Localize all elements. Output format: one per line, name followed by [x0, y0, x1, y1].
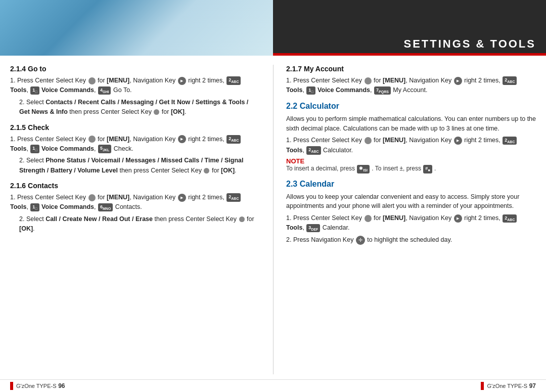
- key-2abc: 2ABC: [226, 76, 241, 85]
- section-2-1-7-heading: 2.1.7 My Account: [286, 65, 536, 73]
- step-num: 1.: [10, 136, 17, 143]
- step-num: 1.: [10, 77, 17, 84]
- nav-key-icon: [178, 77, 186, 85]
- key-2abc: 2ABC: [226, 193, 241, 202]
- key-1: 1□: [30, 203, 39, 212]
- center-key-icon: [365, 137, 372, 144]
- footer-left-brand: G'zOne TYPE-S: [16, 383, 57, 389]
- nav-key-icon: [178, 194, 186, 202]
- step-2-1-6-2: 2. Select Call / Create New / Read Out /…: [10, 214, 260, 234]
- key-1: 1□: [30, 86, 39, 95]
- step-2-2-1: 1. Press Center Select Key for [MENU], N…: [286, 136, 536, 155]
- section-2-1-6: 2.1.6 Contacts 1. Press Center Select Ke…: [10, 182, 260, 234]
- step-2-3-1: 1. Press Center Select Key for [MENU], N…: [286, 213, 536, 233]
- step-num: 2.: [19, 99, 26, 106]
- note-text: To insert a decimal, press ✱ISI . To ins…: [286, 165, 536, 173]
- section-2-3-description: Allows you to keep your calendar conveni…: [286, 192, 536, 211]
- footer-right: G'zOne TYPE-S 97: [273, 382, 536, 390]
- step-2-1-4-2: 2. Select Contacts / Recent Calls / Mess…: [10, 98, 260, 117]
- settings-tools-title: SETTINGS & TOOLS: [403, 37, 536, 51]
- banner-left: [0, 0, 273, 56]
- nav-key-icon: [454, 214, 462, 223]
- key-2abc-calc: 2ABC: [306, 146, 321, 155]
- center-key-icon-sm: [154, 109, 159, 115]
- footer-left-page: 96: [58, 382, 65, 389]
- step-num: 2.: [19, 215, 26, 223]
- step-num: 1.: [286, 214, 293, 222]
- center-key-icon: [88, 77, 96, 84]
- step-num: 2.: [19, 157, 26, 164]
- center-key-icon-sm: [204, 168, 209, 173]
- section-2-3: 2.3 Calendar Allows you to keep your cal…: [286, 180, 536, 245]
- key-3def: 3DEF: [306, 224, 320, 233]
- key-hash: #■: [423, 165, 432, 173]
- key-6mno: 6MNO: [98, 203, 113, 212]
- section-2-2-description: Allows you to perform simple mathematica…: [286, 114, 536, 134]
- section-2-2: 2.2 Calculator Allows you to perform sim…: [286, 102, 536, 173]
- step-2-1-5-2: 2. Select Phone Status / Voicemail / Mes…: [10, 156, 260, 176]
- section-2-1-6-heading: 2.1.6 Contacts: [10, 182, 260, 190]
- right-column: 2.1.7 My Account 1. Press Center Select …: [273, 65, 536, 374]
- step-2-1-6-1: 1. Press Center Select Key for [MENU], N…: [10, 193, 260, 212]
- step-num: 2.: [286, 236, 293, 243]
- nav-four-key-icon: [356, 236, 365, 245]
- key-2abc: 2ABC: [503, 214, 517, 223]
- center-key-icon: [365, 215, 372, 222]
- nav-key-icon: [454, 137, 462, 145]
- section-2-1-4: 2.1.4 Go to 1. Press Center Select Key f…: [10, 65, 260, 117]
- step-num: 1.: [286, 137, 293, 144]
- footer-right-brand: G'zOne TYPE-S: [487, 383, 527, 389]
- step-num: 1.: [286, 77, 293, 84]
- red-accent-line: [273, 53, 546, 56]
- left-column: 2.1.4 Go to 1. Press Center Select Key f…: [10, 65, 273, 374]
- key-7pqrs: 7PQRS: [374, 86, 391, 95]
- section-2-1-7: 2.1.7 My Account 1. Press Center Select …: [286, 65, 536, 96]
- center-key-icon: [88, 194, 96, 201]
- center-key-icon: [365, 77, 372, 84]
- footer: G'zOne TYPE-S 96 G'zOne TYPE-S 97: [0, 379, 546, 392]
- key-2abc: 2ABC: [226, 135, 241, 144]
- footer-left: G'zOne TYPE-S 96: [10, 382, 273, 390]
- center-key-icon-sm: [239, 216, 245, 222]
- section-2-1-5: 2.1.5 Check 1. Press Center Select Key f…: [10, 123, 260, 176]
- top-banner: SETTINGS & TOOLS: [0, 0, 546, 56]
- center-key-icon: [88, 136, 96, 143]
- key-star: ✱ISI: [357, 165, 370, 173]
- key-5jkl: 5JKL: [98, 145, 111, 153]
- key-1: 1□: [30, 145, 39, 153]
- nav-key-icon: [454, 77, 462, 85]
- banner-right: SETTINGS & TOOLS: [273, 0, 546, 56]
- step-2-1-5-1: 1. Press Center Select Key for [MENU], N…: [10, 135, 260, 154]
- step-2-1-7-1: 1. Press Center Select Key for [MENU], N…: [286, 76, 536, 96]
- footer-right-page: 97: [529, 382, 536, 389]
- key-2abc: 2ABC: [503, 76, 517, 85]
- step-2-1-4-1: 1. Press Center Select Key for [MENU], N…: [10, 76, 260, 96]
- key-4ghi: 4GHI: [98, 86, 111, 95]
- section-2-3-heading: 2.3 Calendar: [286, 180, 536, 189]
- step-num: 1.: [10, 194, 17, 201]
- footer-right-bar: [481, 382, 484, 390]
- note-label: NOTE: [286, 157, 536, 165]
- main-content: 2.1.4 Go to 1. Press Center Select Key f…: [0, 56, 546, 379]
- section-2-2-heading: 2.2 Calculator: [286, 102, 536, 111]
- step-2-3-2: 2. Press Navigation Key to highlight the…: [286, 235, 536, 245]
- key-2abc: 2ABC: [503, 137, 517, 145]
- footer-left-bar: [10, 382, 13, 390]
- nav-key-icon: [178, 135, 186, 143]
- section-2-1-5-heading: 2.1.5 Check: [10, 123, 260, 132]
- section-2-1-4-heading: 2.1.4 Go to: [10, 65, 260, 73]
- key-1: 1□: [306, 86, 315, 95]
